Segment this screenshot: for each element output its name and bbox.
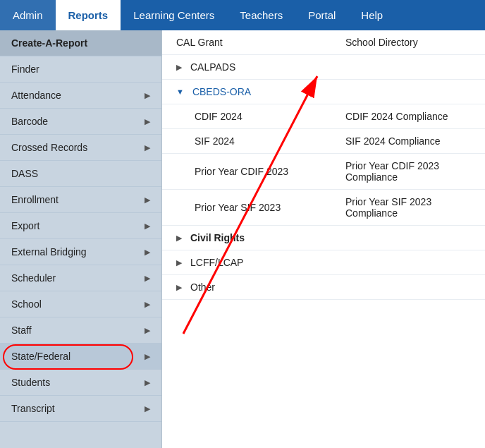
content-row-7[interactable]: ▶Civil Rights xyxy=(162,226,485,250)
content-left-7: ▶Civil Rights xyxy=(176,232,345,243)
chevron-right-icon: ▶ xyxy=(145,404,150,413)
content-row-9[interactable]: ▶Other xyxy=(162,275,485,300)
sidebar-item-label: School xyxy=(11,298,42,310)
sidebar-item-create-a-report[interactable]: Create-A-Report xyxy=(0,30,161,56)
main-layout: Create-A-ReportFinderAttendance▶Barcode▶… xyxy=(0,30,485,448)
content-left-text-0: CAL Grant xyxy=(176,37,223,48)
content-left-text-4: SIF 2024 xyxy=(195,135,235,147)
sidebar-item-attendance[interactable]: Attendance▶ xyxy=(0,83,161,109)
chevron-right-icon: ▶ xyxy=(145,326,150,335)
sidebar-item-label: Finder xyxy=(11,63,39,75)
sidebar-item-label: Enrollment xyxy=(11,194,59,205)
content-left-text-1: CALPADS xyxy=(190,61,235,73)
nav-item-help[interactable]: Help xyxy=(348,0,395,30)
content-left-9: ▶Other xyxy=(176,281,345,293)
sidebar-item-dass[interactable]: DASS xyxy=(0,161,161,187)
sidebar-item-students[interactable]: Students▶ xyxy=(0,370,161,396)
content-row-0: CAL GrantSchool Directory xyxy=(162,30,485,55)
content-right-text-3: CDIF 2024 Compliance xyxy=(345,111,471,122)
content-right-text-0: School Directory xyxy=(345,37,471,48)
chevron-right-icon: ▶ xyxy=(145,222,150,231)
sidebar-item-label: Staff xyxy=(11,325,32,336)
sidebar-item-external-bridging[interactable]: External Bridging▶ xyxy=(0,239,161,265)
sidebar-item-label: Attendance xyxy=(11,90,61,101)
chevron-down-icon: ▼ xyxy=(176,87,184,96)
content-left-0: CAL Grant xyxy=(176,37,345,48)
chevron-right-icon: ▶ xyxy=(145,274,150,283)
content-row-3: CDIF 2024CDIF 2024 Compliance xyxy=(162,104,485,129)
sidebar-item-label: Transcript xyxy=(11,403,55,414)
sidebar-item-label: Create-A-Report xyxy=(11,37,87,49)
content-left-6: Prior Year SIF 2023 xyxy=(176,202,345,213)
sidebar-item-school[interactable]: School▶ xyxy=(0,291,161,317)
content-left-text-9: Other xyxy=(190,281,215,293)
sidebar-item-label: Scheduler xyxy=(11,272,56,284)
content-row-5: Prior Year CDIF 2023Prior Year CDIF 2023… xyxy=(162,154,485,190)
content-right-text-4: SIF 2024 Compliance xyxy=(345,135,471,147)
content-row-1[interactable]: ▶CALPADS xyxy=(162,55,485,80)
sidebar-item-transcript[interactable]: Transcript▶ xyxy=(0,396,161,422)
sidebar-item-label: DASS xyxy=(11,168,38,179)
sidebar-item-label: Barcode xyxy=(11,116,48,127)
chevron-right-icon: ▶ xyxy=(145,352,150,361)
content-left-2: ▼CBEDS-ORA xyxy=(176,86,345,97)
chevron-right-icon: ▶ xyxy=(145,117,150,126)
sidebar-item-enrollment[interactable]: Enrollment▶ xyxy=(0,187,161,213)
sidebar-item-scheduler[interactable]: Scheduler▶ xyxy=(0,265,161,291)
chevron-right-icon: ▶ xyxy=(145,91,150,100)
chevron-right-icon: ▶ xyxy=(176,234,182,243)
content-left-5: Prior Year CDIF 2023 xyxy=(176,166,345,177)
state-federal-wrapper: State/Federal▶ xyxy=(0,344,161,370)
chevron-right-icon: ▶ xyxy=(176,258,182,267)
content-right-text-6: Prior Year SIF 2023 Compliance xyxy=(345,196,471,219)
chevron-right-icon: ▶ xyxy=(145,143,150,152)
content-left-text-2: CBEDS-ORA xyxy=(192,86,251,97)
nav-item-reports[interactable]: Reports xyxy=(56,0,121,30)
sidebar-item-label: Students xyxy=(11,377,50,388)
sidebar: Create-A-ReportFinderAttendance▶Barcode▶… xyxy=(0,30,162,448)
content-left-text-8: LCFF/LCAP xyxy=(190,257,243,268)
sidebar-item-label: Crossed Records xyxy=(11,142,87,153)
chevron-right-icon: ▶ xyxy=(145,195,150,205)
chevron-right-icon: ▶ xyxy=(176,283,182,292)
sidebar-item-barcode[interactable]: Barcode▶ xyxy=(0,109,161,135)
content-left-3: CDIF 2024 xyxy=(176,111,345,122)
content-row-4: SIF 2024SIF 2024 Compliance xyxy=(162,129,485,154)
content-row-2[interactable]: ▼CBEDS-ORA xyxy=(162,80,485,104)
sidebar-item-staff[interactable]: Staff▶ xyxy=(0,317,161,344)
sidebar-item-label: State/Federal xyxy=(11,351,70,362)
top-nav: AdminReportsLearning CentersTeachersPort… xyxy=(0,0,485,30)
nav-item-portal[interactable]: Portal xyxy=(295,0,348,30)
content-row-8[interactable]: ▶LCFF/LCAP xyxy=(162,250,485,275)
content-left-1: ▶CALPADS xyxy=(176,61,345,73)
sidebar-item-label: External Bridging xyxy=(11,246,87,258)
content-left-text-6: Prior Year SIF 2023 xyxy=(195,202,281,213)
content-left-text-3: CDIF 2024 xyxy=(195,111,242,122)
content-right-text-5: Prior Year CDIF 2023 Compliance xyxy=(345,160,471,183)
content-area: CAL GrantSchool Directory▶CALPADS▼CBEDS-… xyxy=(162,30,485,448)
content-left-text-5: Prior Year CDIF 2023 xyxy=(195,166,288,177)
content-left-8: ▶LCFF/LCAP xyxy=(176,257,345,268)
content-left-4: SIF 2024 xyxy=(176,135,345,147)
chevron-right-icon: ▶ xyxy=(145,248,150,257)
nav-item-admin[interactable]: Admin xyxy=(0,0,56,30)
chevron-right-icon: ▶ xyxy=(145,378,150,387)
chevron-right-icon: ▶ xyxy=(176,63,182,72)
content-row-6: Prior Year SIF 2023Prior Year SIF 2023 C… xyxy=(162,190,485,226)
sidebar-item-label: Export xyxy=(11,220,39,231)
sidebar-item-finder[interactable]: Finder xyxy=(0,56,161,83)
nav-item-teachers[interactable]: Teachers xyxy=(227,0,295,30)
chevron-right-icon: ▶ xyxy=(145,300,150,309)
sidebar-item-crossed-records[interactable]: Crossed Records▶ xyxy=(0,135,161,161)
nav-item-learning-centers[interactable]: Learning Centers xyxy=(121,0,227,30)
sidebar-item-export[interactable]: Export▶ xyxy=(0,213,161,239)
content-left-text-7: Civil Rights xyxy=(190,232,245,243)
sidebar-item-state-federal[interactable]: State/Federal▶ xyxy=(0,344,161,370)
